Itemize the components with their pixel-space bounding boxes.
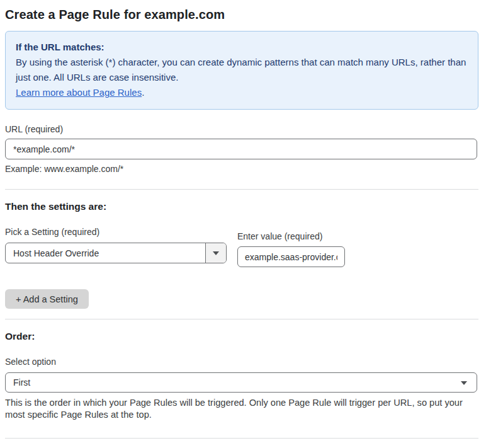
divider (5, 438, 478, 439)
divider (5, 319, 478, 319)
divider (5, 189, 478, 190)
info-box-link-line: Learn more about Page Rules. (16, 85, 468, 100)
setting-picker-column: Pick a Setting (required) Host Header Ov… (5, 227, 237, 267)
setting-picker-label: Pick a Setting (required) (5, 227, 237, 237)
chevron-down-icon (461, 381, 467, 385)
order-select-value: First (13, 377, 30, 388)
chevron-down-icon (213, 251, 219, 255)
order-help-text: This is the order in which your Page Rul… (5, 397, 476, 421)
info-box-heading: If the URL matches: (16, 40, 468, 55)
url-input[interactable] (5, 139, 477, 159)
page-title: Create a Page Rule for example.com (5, 8, 478, 22)
url-example-hint: Example: www.example.com/* (5, 164, 478, 174)
settings-section-heading: Then the settings are: (5, 201, 478, 212)
setting-value-label: Enter value (required) (237, 231, 345, 241)
setting-row: Pick a Setting (required) Host Header Ov… (5, 227, 478, 267)
link-suffix: . (142, 87, 144, 98)
url-field-label: URL (required) (5, 124, 478, 134)
setting-select-value: Host Header Override (6, 243, 205, 263)
setting-value-column: Enter value (required) (237, 231, 345, 267)
learn-more-link[interactable]: Learn more about Page Rules (16, 87, 142, 98)
info-box-body: By using the asterisk (*) character, you… (16, 55, 468, 85)
add-setting-button[interactable]: + Add a Setting (5, 289, 89, 309)
order-select[interactable]: First (5, 372, 477, 393)
url-matches-info-box: If the URL matches: By using the asteris… (5, 31, 478, 110)
order-section-heading: Order: (5, 331, 478, 342)
setting-select-arrow-button[interactable] (205, 243, 226, 263)
setting-value-input[interactable] (237, 246, 345, 267)
order-select-label: Select option (5, 357, 478, 367)
setting-select[interactable]: Host Header Override (5, 243, 227, 263)
create-page-rule-form: Create a Page Rule for example.com If th… (0, 0, 486, 448)
